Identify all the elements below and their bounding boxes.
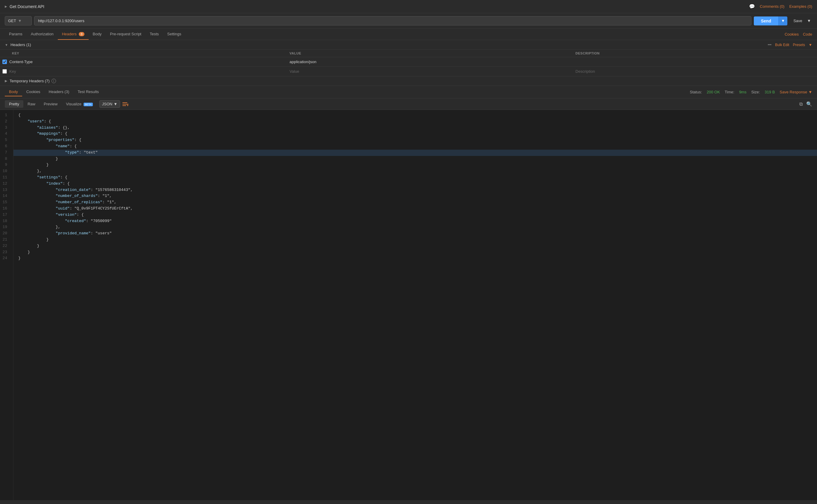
view-tab-raw[interactable]: Raw	[23, 100, 40, 108]
tab-params[interactable]: Params	[5, 29, 27, 40]
temp-headers-title: Temporary Headers (7)	[10, 79, 50, 83]
headers-toggle-icon: ▼	[5, 43, 8, 47]
value-placeholder: Value	[289, 69, 299, 74]
resp-tab-testresults[interactable]: Test Results	[73, 88, 103, 96]
value-cell: application/json	[286, 57, 572, 67]
table-row: Content-Type application/json	[0, 57, 817, 67]
svg-rect-2	[122, 105, 126, 106]
chat-icon: 💬	[749, 4, 755, 9]
send-button-group: Send ▼	[754, 16, 787, 25]
tab-authorization[interactable]: Authorization	[27, 29, 58, 40]
code-link[interactable]: Code	[803, 32, 812, 37]
svg-rect-1	[122, 104, 128, 104]
viewer-controls: Pretty Raw Preview Visualize BETA JSON ▼	[5, 100, 128, 108]
headers-table: KEY VALUE DESCRIPTION Content-Type appli…	[0, 50, 817, 76]
presets-dropdown-icon[interactable]: ▼	[809, 43, 812, 47]
headers-badge: 8	[79, 32, 84, 36]
key-cell: Content-Type	[0, 57, 286, 67]
status-value: 200 OK	[707, 90, 720, 94]
request-name: Get Document API	[10, 4, 44, 9]
code-content: { "users": { "aliases": {}, "mappings": …	[13, 110, 817, 500]
viewer-tabs: Pretty Raw Preview Visualize BETA	[5, 100, 97, 108]
format-dropdown-icon: ▼	[113, 102, 117, 106]
top-bar-actions: 💬 Comments (0) Examples (0)	[749, 4, 812, 9]
size-value: 319 B	[765, 90, 775, 94]
resp-tab-headers[interactable]: Headers (3)	[45, 88, 74, 96]
presets-button[interactable]: Presets	[793, 43, 805, 47]
response-bar: Body Cookies Headers (3) Test Results St…	[0, 86, 817, 98]
code-viewer[interactable]: 123456789101112131415161718192021222324 …	[0, 110, 817, 500]
tab-body[interactable]: Body	[89, 29, 106, 40]
method-value: GET	[8, 19, 16, 23]
description-cell-empty[interactable]: Description	[572, 67, 817, 76]
tab-prerequest[interactable]: Pre-request Script	[106, 29, 145, 40]
tab-settings[interactable]: Settings	[163, 29, 185, 40]
viewer-bar: Pretty Raw Preview Visualize BETA JSON ▼	[0, 98, 817, 110]
examples-button[interactable]: Examples (0)	[789, 4, 812, 9]
url-bar: GET ▼ Send ▼ Save ▼	[0, 13, 817, 29]
request-tabs-right: Cookies Code	[785, 32, 812, 37]
view-tab-pretty[interactable]: Pretty	[5, 100, 23, 108]
headers-actions: ••• Bulk Edit Presets ▼	[768, 43, 812, 47]
temp-headers-info-icon[interactable]: i	[51, 79, 56, 83]
expand-arrow-icon[interactable]: ▶	[5, 5, 7, 8]
key-cell-empty[interactable]: Key	[0, 67, 286, 76]
response-meta: Status: 200 OK Time: 9ms Size: 319 B Sav…	[690, 90, 812, 94]
temp-headers-toggle-icon: ▶	[5, 79, 7, 83]
wrap-icon[interactable]	[122, 102, 128, 107]
line-numbers: 123456789101112131415161718192021222324	[0, 110, 13, 500]
bulk-edit-button[interactable]: Bulk Edit	[775, 43, 789, 47]
headers-section-header[interactable]: ▼ Headers (1) ••• Bulk Edit Presets ▼	[0, 40, 817, 50]
size-label: Size:	[751, 90, 760, 94]
view-tab-visualize[interactable]: Visualize BETA	[62, 100, 97, 108]
resp-tab-body[interactable]: Body	[5, 88, 22, 96]
value-cell-empty[interactable]: Value	[286, 67, 572, 76]
key-placeholder: Key	[9, 69, 16, 74]
save-response-dropdown-icon: ▼	[808, 90, 812, 94]
send-dropdown-button[interactable]: ▼	[778, 16, 787, 25]
resp-tab-cookies[interactable]: Cookies	[22, 88, 45, 96]
send-button[interactable]: Send	[754, 16, 778, 25]
top-bar: ▶ Get Document API 💬 Comments (0) Exampl…	[0, 0, 817, 13]
time-label: Time:	[725, 90, 734, 94]
status-label: Status:	[690, 90, 702, 94]
search-icon[interactable]: 🔍	[806, 101, 812, 107]
save-button-group: Save ▼	[790, 16, 812, 25]
header-value: application/json	[289, 60, 316, 64]
tab-headers[interactable]: Headers 8	[58, 29, 89, 40]
tab-tests[interactable]: Tests	[145, 29, 163, 40]
svg-rect-0	[122, 102, 127, 103]
method-dropdown-icon: ▼	[18, 19, 22, 23]
request-tabs-left: Params Authorization Headers 8 Body Pre-…	[5, 29, 185, 40]
time-value: 9ms	[739, 90, 747, 94]
copy-icon[interactable]: ⧉	[799, 101, 803, 107]
description-column-header: DESCRIPTION	[572, 50, 817, 57]
viewer-right-icons: ⧉ 🔍	[799, 101, 812, 107]
save-button[interactable]: Save	[790, 16, 806, 25]
headers-table-header: KEY VALUE DESCRIPTION	[0, 50, 817, 57]
description-placeholder: Description	[576, 69, 595, 74]
temp-headers-section[interactable]: ▶ Temporary Headers (7) i	[0, 76, 817, 86]
headers-section-title: Headers (1)	[10, 42, 31, 47]
response-tabs: Body Cookies Headers (3) Test Results	[5, 88, 103, 96]
url-input[interactable]	[34, 16, 751, 25]
format-dropdown[interactable]: JSON ▼	[99, 100, 120, 108]
save-dropdown-button[interactable]: ▼	[806, 16, 812, 25]
empty-header-checkbox[interactable]	[2, 69, 7, 74]
view-tab-preview[interactable]: Preview	[40, 100, 62, 108]
value-column-header: VALUE	[286, 50, 572, 57]
request-title: ▶ Get Document API	[5, 4, 44, 9]
table-row-empty: Key Value Description	[0, 67, 817, 76]
beta-badge: BETA	[84, 103, 93, 106]
header-checkbox[interactable]	[2, 60, 7, 64]
more-dots-icon[interactable]: •••	[768, 43, 771, 47]
request-tabs-bar: Params Authorization Headers 8 Body Pre-…	[0, 29, 817, 40]
method-dropdown[interactable]: GET ▼	[5, 16, 32, 25]
save-response-button[interactable]: Save Response ▼	[780, 90, 812, 94]
description-cell	[572, 57, 817, 67]
headers-section: ▼ Headers (1) ••• Bulk Edit Presets ▼ KE…	[0, 40, 817, 76]
key-column-header: KEY	[0, 50, 286, 57]
comments-button[interactable]: Comments (0)	[760, 4, 784, 9]
svg-marker-3	[127, 104, 128, 106]
cookies-link[interactable]: Cookies	[785, 32, 799, 37]
